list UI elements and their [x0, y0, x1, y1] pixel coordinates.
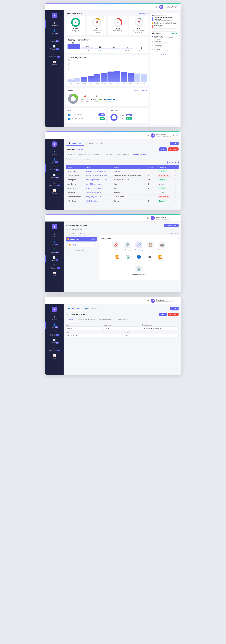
detail-tab-devices[interactable]: Authorized devices — [97, 318, 115, 322]
tab-users[interactable]: 👥 Users 52K — [66, 306, 82, 311]
cat-certificates[interactable]: 📋 Certificates — [145, 242, 155, 251]
name-input[interactable] — [66, 326, 102, 330]
cat-restrictions[interactable]: 🚫 Restrictions — [111, 242, 121, 251]
subtab-operations[interactable]: Operations — [104, 152, 115, 156]
save-button-4[interactable]: Save — [170, 307, 179, 310]
subtab-device-info[interactable]: Device Info — [66, 152, 77, 156]
cat-connectivity[interactable]: 🔗 Connectivity — [134, 242, 144, 251]
subtab-authorized-users[interactable]: Authorized Users — [131, 152, 147, 156]
sidebar-item-policies[interactable]: 📄 Policies 239 — [45, 44, 64, 51]
s3-dashboard[interactable]: ⊞ Dashboard — [45, 232, 64, 239]
collapse-icon-4[interactable]: ⊣ — [176, 299, 179, 302]
save-button[interactable]: Save — [170, 142, 179, 145]
tab-device-groups[interactable]: ⊞ Device Groups 68 — [84, 141, 105, 146]
s2-users[interactable]: 👤 Users 228 — [45, 156, 64, 164]
policy-toggle[interactable]: 1 > — [91, 238, 96, 240]
s3-reports[interactable]: 📊 Reports — [45, 270, 64, 278]
settings-icon-2[interactable]: ⚙ — [147, 134, 149, 137]
subcat-wifi[interactable]: 📶 Wi-Fi — [113, 255, 122, 261]
s2-devices[interactable]: 📱 Devices 345 — [45, 164, 64, 172]
s3-users[interactable]: 👤 Users 228 — [45, 239, 64, 247]
info-icon-6[interactable]: ⓘ — [175, 196, 176, 198]
s3-applications[interactable]: ⬡ Applications 91 — [45, 262, 64, 270]
prev-cat-arrow[interactable]: ‹ — [109, 255, 111, 261]
s2-dashboard[interactable]: ⊞ Dashboard — [45, 149, 64, 156]
filters-button[interactable]: Filters ▾ — [77, 232, 87, 236]
cell-info-6[interactable]: ⓘ — [173, 194, 179, 199]
list-view-icon[interactable]: ≡ — [177, 232, 179, 234]
info-icon-3[interactable]: ⓘ — [175, 183, 176, 185]
tab-devices[interactable]: 📱 Devices 395 — [66, 141, 84, 146]
subtab-policy-templates[interactable]: Policy Templates — [115, 152, 130, 156]
sidebar-item-reports[interactable]: 📊 Reports — [45, 59, 64, 67]
load-more-button[interactable]: Load more ↓ — [152, 53, 177, 56]
s4-policies[interactable]: 📄 Policies 239 — [45, 337, 64, 345]
subcat-bluetooth[interactable]: 🔵 Bluetooth — [135, 255, 143, 261]
wifi-policy-item[interactable]: 📶 Wi-Fi ✕ — [68, 242, 97, 248]
settings-icon-3[interactable]: ⚙ — [147, 217, 149, 220]
s4-reports[interactable]: 📊 Reports — [45, 353, 64, 360]
add-user-btn-4[interactable]: + Add — [159, 312, 167, 316]
info-icon-5[interactable]: ⓘ — [175, 192, 176, 193]
detail-tab-details[interactable]: Details — [66, 318, 75, 322]
info-icon-0[interactable]: ⓘ — [175, 170, 176, 172]
s2-policies[interactable]: 📄 Policies 239 — [45, 172, 64, 180]
cell-info-3[interactable]: ⓘ — [173, 182, 179, 186]
delete-user-btn-4[interactable]: 🗑 Delete — [168, 312, 179, 316]
subtab-device-groups[interactable]: Device Groups — [78, 152, 91, 156]
s3-devices[interactable]: 📱 Devices 109 — [45, 247, 64, 255]
subcat-tethering[interactable]: 📶 Tethering — [156, 255, 165, 261]
sidebar-item-dashboard[interactable]: ⊞ Dashboard — [45, 20, 64, 28]
s4-dashboard[interactable]: ⊞ Dashboard — [45, 314, 64, 322]
compliance-badge-1: Non-Compliant — [158, 174, 170, 176]
wifi-close-icon[interactable]: ✕ — [94, 244, 96, 246]
tab-groups[interactable]: 👥 Groups 7K — [82, 306, 99, 311]
lastname-input[interactable] — [104, 326, 140, 330]
s2-reports[interactable]: 📊 Reports — [45, 188, 64, 195]
see-more-button[interactable]: See more — [152, 28, 177, 32]
s4-users[interactable]: 👤 Users 228 — [45, 322, 64, 330]
delete-button[interactable]: 🗑 Delete — [168, 148, 179, 151]
info-icon-4[interactable]: ⓘ — [175, 187, 176, 189]
sidebar-item-applications[interactable]: ⬡ Applications 47 — [45, 51, 64, 59]
grid-view-icon[interactable]: ⊞ — [175, 232, 176, 234]
s2-applications[interactable]: ⬡ Applications 47 — [45, 180, 64, 188]
info-icon-7[interactable]: ⓘ — [175, 200, 176, 202]
add-user-button[interactable]: + Add user — [167, 161, 179, 164]
s3-policies[interactable]: 📄 Policies 4 — [45, 255, 64, 262]
collapse-icon-3[interactable]: ⊣ — [176, 216, 179, 220]
subtab-compliance[interactable]: Compliance — [92, 152, 103, 156]
collapse-icon[interactable]: ⊣ — [176, 134, 179, 137]
cell-info-1[interactable]: ⓘ — [173, 173, 179, 178]
subcat-usb[interactable]: 🔌 USB — [145, 255, 154, 261]
cell-info-0[interactable]: ⓘ — [173, 169, 179, 173]
sidebar-item-devices[interactable]: 📱 Devices 109 — [45, 36, 64, 44]
s4-devices[interactable]: 📱 Devices 109 — [45, 330, 64, 337]
cell-info-5[interactable]: ⓘ — [173, 190, 179, 194]
connectivity-policy-item[interactable]: 📶 Connectivity 1 > — [66, 237, 97, 242]
os-filter-btn[interactable]: Operating System ▾ — [133, 89, 147, 91]
cell-info-7[interactable]: ⓘ — [173, 199, 179, 203]
info-icon-1[interactable]: ⓘ — [175, 174, 176, 176]
cat-automations[interactable]: 🤖 Automations — [157, 242, 167, 251]
refresh-icon[interactable]: ↻ — [88, 233, 89, 235]
actions-button[interactable]: Actions ▾ — [66, 232, 76, 236]
cell-info-2[interactable]: ⓘ — [173, 178, 179, 182]
settings-icon-4[interactable]: ⚙ — [147, 300, 149, 302]
email-input[interactable] — [142, 326, 179, 330]
workspaces-button[interactable]: Workspaces ▾ — [139, 13, 149, 14]
info-icon-2[interactable]: ⓘ — [175, 179, 176, 180]
detail-tab-device-groups[interactable]: Device Groups — [114, 318, 129, 322]
cat-security[interactable]: 🛡️ Security — [122, 242, 132, 251]
add-button[interactable]: + Add — [159, 148, 167, 151]
phone-input[interactable] — [66, 334, 121, 338]
detail-tab-membership[interactable]: User Group Membership — [75, 318, 97, 322]
save-template-button[interactable]: Save template — [164, 224, 179, 227]
next-cat-arrow[interactable]: › — [167, 255, 169, 261]
cell-info-4[interactable]: ⓘ — [173, 186, 179, 190]
settings-icon[interactable]: ⚙ — [155, 6, 157, 8]
subcat-nfc[interactable]: 📡 NFC — [124, 255, 132, 261]
s4-applications[interactable]: ⬡ Applications 21 — [45, 345, 64, 353]
sidebar-item-users[interactable]: 👤 Users 228 — [45, 28, 64, 36]
username-input[interactable] — [123, 334, 179, 338]
